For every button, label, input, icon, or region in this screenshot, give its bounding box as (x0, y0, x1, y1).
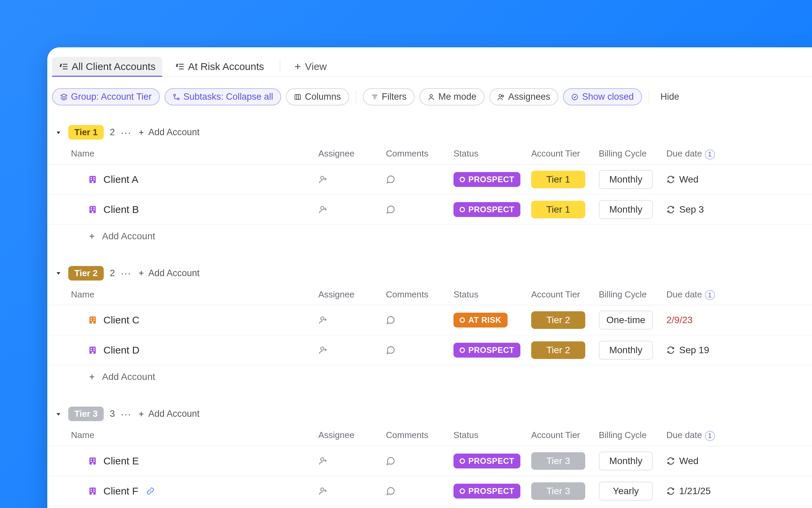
show-closed-pill[interactable]: Show closed (563, 88, 642, 105)
tier-cell[interactable]: Tier 1 (531, 201, 599, 218)
col-assignee[interactable]: Assignee (318, 289, 386, 300)
tier-badge[interactable]: Tier 2 (68, 266, 104, 281)
due-cell[interactable]: Sep 3 (666, 204, 812, 215)
comments-cell[interactable] (386, 205, 453, 214)
comments-cell[interactable] (386, 345, 453, 355)
billing-cell[interactable]: Monthly (599, 452, 666, 470)
comments-cell[interactable] (386, 486, 453, 496)
tier-badge[interactable]: Tier 1 (68, 125, 104, 140)
table-row[interactable]: Client F PROSPECT Tier 3 Yearly (47, 476, 812, 506)
add-view-label: View (305, 61, 327, 72)
status-cell[interactable]: PROSPECT (453, 484, 531, 499)
status-cell[interactable]: PROSPECT (453, 343, 531, 358)
tier-cell[interactable]: Tier 3 (531, 452, 599, 470)
assignee-cell[interactable] (318, 205, 386, 214)
tier-cell[interactable]: Tier 1 (531, 171, 599, 188)
assignee-cell[interactable] (318, 345, 386, 355)
filters-pill[interactable]: Filters (363, 88, 415, 105)
billing-cell[interactable]: Yearly (599, 482, 666, 501)
me-mode-pill[interactable]: Me mode (419, 88, 485, 105)
col-status[interactable]: Status (453, 430, 531, 441)
plus-icon (294, 63, 302, 71)
collapse-toggle[interactable] (55, 410, 62, 418)
col-due-date[interactable]: Due date1 (666, 148, 812, 160)
group-pill[interactable]: Group: Account Tier (52, 88, 160, 105)
col-name[interactable]: Name (68, 289, 318, 300)
status-cell[interactable]: PROSPECT (453, 172, 531, 187)
tab-all-client-accounts[interactable]: All Client Accounts (52, 57, 162, 76)
assignee-cell[interactable] (318, 486, 386, 496)
more-menu[interactable]: ··· (121, 127, 131, 138)
due-cell[interactable]: Sep 19 (666, 345, 812, 356)
collapse-toggle[interactable] (55, 129, 62, 136)
col-billing-cycle[interactable]: Billing Cycle (599, 148, 666, 160)
due-cell[interactable]: 1/21/25 (666, 486, 812, 497)
col-comments[interactable]: Comments (386, 148, 453, 160)
col-comments[interactable]: Comments (386, 289, 453, 300)
tier-cell[interactable]: Tier 2 (531, 341, 599, 359)
tier-cell[interactable]: Tier 3 (531, 482, 599, 500)
assignee-cell[interactable] (318, 315, 386, 325)
column-headers: Name Assignee Comments Status Account Ti… (47, 145, 812, 165)
col-status[interactable]: Status (453, 148, 531, 160)
table-row[interactable]: Client E PROSPECT Tier 3 Monthly (47, 446, 812, 476)
comments-cell[interactable] (386, 175, 453, 184)
col-assignee[interactable]: Assignee (318, 430, 386, 441)
client-name[interactable]: Client F (103, 485, 138, 497)
col-account-tier[interactable]: Account Tier (531, 289, 599, 300)
comments-cell[interactable] (386, 456, 453, 466)
status-cell[interactable]: AT RISK (453, 313, 531, 328)
col-billing-cycle[interactable]: Billing Cycle (599, 430, 666, 441)
more-menu[interactable]: ··· (121, 408, 131, 420)
add-account-row[interactable]: Add Account (47, 225, 812, 248)
col-assignee[interactable]: Assignee (318, 148, 386, 160)
add-account-row[interactable]: Add Account (47, 365, 812, 388)
col-due-date[interactable]: Due date1 (666, 430, 812, 441)
table-row[interactable]: Client D PROSPECT Tier 2 Monthly (47, 335, 812, 365)
client-name[interactable]: Client C (103, 314, 140, 326)
col-account-tier[interactable]: Account Tier (531, 148, 599, 160)
collapse-toggle[interactable] (55, 269, 62, 277)
col-name[interactable]: Name (68, 430, 318, 441)
assignee-cell[interactable] (318, 175, 386, 184)
client-name[interactable]: Client E (103, 455, 139, 467)
billing-pill: Monthly (599, 452, 653, 470)
subtask-icon (173, 93, 180, 101)
due-cell[interactable]: Wed (666, 174, 812, 185)
subtasks-pill[interactable]: Subtasks: Collapse all (165, 88, 281, 105)
add-account-button[interactable]: Add Account (138, 409, 200, 419)
add-account-button[interactable]: Add Account (138, 268, 200, 279)
tab-label: At Risk Accounts (188, 61, 264, 72)
assignees-pill[interactable]: Assignees (489, 88, 559, 105)
billing-cell[interactable]: Monthly (599, 341, 666, 360)
add-account-button[interactable]: Add Account (138, 127, 200, 138)
hide-button[interactable]: Hide (656, 89, 684, 105)
col-status[interactable]: Status (453, 289, 531, 300)
due-cell[interactable]: Wed (666, 456, 812, 466)
client-name[interactable]: Client B (103, 204, 139, 215)
status-cell[interactable]: PROSPECT (453, 454, 531, 468)
comments-cell[interactable] (386, 315, 453, 325)
col-account-tier[interactable]: Account Tier (531, 430, 599, 441)
add-view-button[interactable]: View (289, 57, 331, 76)
col-billing-cycle[interactable]: Billing Cycle (599, 289, 666, 300)
billing-cell[interactable]: Monthly (599, 170, 666, 189)
col-due-date[interactable]: Due date1 (666, 289, 812, 300)
table-row[interactable]: Client B PROSPECT Tier 1 Monthly (47, 195, 812, 225)
table-row[interactable]: Client A PROSPECT Tier 1 Monthly (47, 165, 812, 195)
tier-cell[interactable]: Tier 2 (531, 311, 599, 329)
more-menu[interactable]: ··· (121, 267, 131, 279)
billing-cell[interactable]: Monthly (599, 200, 666, 219)
assignee-cell[interactable] (318, 456, 386, 466)
table-row[interactable]: Client C AT RISK Tier 2 One-time (47, 305, 812, 335)
due-cell[interactable]: 2/9/23 (666, 315, 812, 325)
client-name[interactable]: Client D (103, 344, 140, 356)
col-name[interactable]: Name (68, 148, 318, 160)
tab-at-risk-accounts[interactable]: At Risk Accounts (168, 57, 271, 76)
client-name[interactable]: Client A (103, 174, 138, 185)
col-comments[interactable]: Comments (386, 430, 453, 441)
status-cell[interactable]: PROSPECT (453, 202, 531, 217)
tier-badge[interactable]: Tier 3 (68, 407, 104, 421)
columns-pill[interactable]: Columns (286, 88, 349, 105)
billing-cell[interactable]: One-time (599, 311, 666, 330)
